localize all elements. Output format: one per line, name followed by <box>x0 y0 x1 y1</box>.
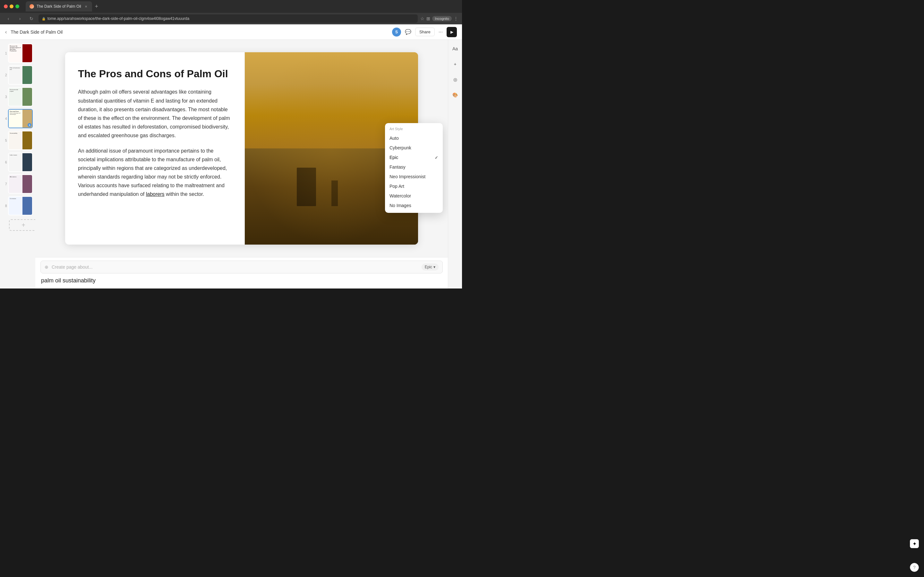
tab-title: The Dark Side of Palm Oil <box>37 4 81 9</box>
address-bar[interactable]: 🔒 tome.app/sarahsworkspace/the-dark-side… <box>39 15 418 23</box>
slide-row-6: 6 Labor issues <box>3 153 33 172</box>
slide-row-5: 5 Sustainability <box>3 131 33 150</box>
slide-row-4: 4 Pros and Cons Palm oil advantages and … <box>3 109 33 128</box>
slide-number-6: 6 <box>3 161 7 164</box>
tab-bar: The Dark Side of Palm Oil ✕ + <box>26 1 458 11</box>
close-button[interactable] <box>4 5 8 8</box>
traffic-lights <box>4 5 19 8</box>
menu-icon[interactable]: ⋮ <box>454 16 458 21</box>
slide-row-7: 7 Alternatives <box>3 174 33 193</box>
dropdown-item-label: Neo Impressionist <box>389 174 425 179</box>
star-icon[interactable]: ☆ <box>420 16 425 21</box>
dropdown-header: Art Style <box>385 126 443 133</box>
more-options-button[interactable]: ··· <box>439 29 443 35</box>
art-style-dropdown: Art Style Auto Cyberpunk Epic ✓ Fantasy <box>385 123 443 213</box>
dropdown-item-label: Auto <box>389 135 399 141</box>
target-icon: ◎ <box>453 77 457 82</box>
add-slide-button[interactable]: + <box>9 219 35 231</box>
main-content: 1 Discover the harmful impact of Red Pal… <box>0 40 462 288</box>
play-button[interactable]: ▶ <box>447 27 457 37</box>
slide-thumbnail-4[interactable]: Pros and Cons Palm oil advantages and di… <box>8 109 33 128</box>
slide-paragraph-2: An additional issue of paramount importa… <box>78 147 232 199</box>
browser-chrome: The Dark Side of Palm Oil ✕ + <box>0 0 462 13</box>
slide-number-4: 4 <box>3 117 7 121</box>
forward-nav-button[interactable]: › <box>15 14 24 23</box>
slide-row-8: 8 Conclusion <box>3 196 33 215</box>
tab-favicon <box>29 4 34 9</box>
slide-thumbnail-3[interactable]: Environmental impact <box>8 87 33 106</box>
slide-number-7: 7 <box>3 182 7 186</box>
dropdown-item-label: No Images <box>389 203 411 208</box>
target-button[interactable]: ◎ <box>450 74 460 85</box>
slide-row-2: 2 Palm oil overview text <box>3 65 33 85</box>
slide-frame: The Pros and Cons of Palm Oil Although p… <box>65 52 418 245</box>
incognito-badge: Incognito <box>432 16 452 21</box>
maximize-button[interactable] <box>15 5 19 8</box>
slide-title: The Pros and Cons of Palm Oil <box>78 68 232 80</box>
slide-thumbnail-6[interactable]: Labor issues <box>8 153 33 172</box>
tab-close-button[interactable]: ✕ <box>84 4 88 9</box>
content-area: The Pros and Cons of Palm Oil Although p… <box>35 40 448 288</box>
dropdown-item-label: Cyberpunk <box>389 145 411 150</box>
bottom-bar: ⊕ Create page about... Epic ▾ palm oil s… <box>35 257 448 288</box>
add-icon: + <box>454 61 456 67</box>
dropdown-item-watercolor[interactable]: Watercolor <box>385 191 443 201</box>
dropdown-item-label: Epic <box>389 155 398 160</box>
checkmark-icon: ✓ <box>435 155 438 160</box>
slide-thumbnail-2[interactable]: Palm oil overview text <box>8 65 33 85</box>
dropdown-item-auto[interactable]: Auto <box>385 133 443 143</box>
dropdown-item-label: Pop Art <box>389 184 404 189</box>
palette-button[interactable]: 🎨 <box>450 90 460 100</box>
app-header: ‹ The Dark Side of Palm Oil S 💬 Share ··… <box>0 24 462 40</box>
palette-icon: 🎨 <box>452 92 458 97</box>
slide-number-8: 8 <box>3 204 7 208</box>
dropdown-item-fantasy[interactable]: Fantasy <box>385 162 443 172</box>
slide-thumbnail-1[interactable]: Discover the harmful impact of Red Palm … <box>8 44 33 63</box>
slide-number-5: 5 <box>3 139 7 142</box>
lock-icon: 🔒 <box>42 17 45 21</box>
back-button[interactable]: ‹ <box>5 29 7 35</box>
laborers-link[interactable]: laborers <box>146 191 165 197</box>
font-button[interactable]: Aa <box>450 44 460 54</box>
epic-style-button[interactable]: Epic ▾ <box>422 263 439 271</box>
reload-button[interactable]: ↻ <box>27 14 36 23</box>
toolbar-actions: ☆ ⊞ Incognito ⋮ <box>420 16 458 21</box>
dropdown-item-neo-impressionist[interactable]: Neo Impressionist <box>385 172 443 181</box>
create-input-row[interactable]: ⊕ Create page about... Epic ▾ <box>40 261 443 274</box>
active-tab[interactable]: The Dark Side of Palm Oil ✕ <box>26 1 92 11</box>
slide-thumbnail-8[interactable]: Conclusion <box>8 196 33 215</box>
suggestion-text: palm oil sustainability <box>40 276 443 285</box>
slides-sidebar: 1 Discover the harmful impact of Red Pal… <box>0 40 35 288</box>
user-avatar: S <box>392 27 401 37</box>
create-placeholder: Create page about... <box>52 264 418 269</box>
new-tab-button[interactable]: + <box>92 2 101 11</box>
add-element-button[interactable]: + <box>450 59 460 69</box>
slide-paragraph-1: Although palm oil offers several advanta… <box>78 87 232 140</box>
slide-row-1: 1 Discover the harmful impact of Red Pal… <box>3 44 33 63</box>
dropdown-item-pop-art[interactable]: Pop Art <box>385 181 443 191</box>
header-actions: S 💬 Share ··· ▶ <box>392 27 457 37</box>
minimize-button[interactable] <box>10 5 13 8</box>
dropdown-item-epic[interactable]: Epic ✓ <box>385 153 443 162</box>
slide-canvas: The Pros and Cons of Palm Oil Although p… <box>35 40 448 257</box>
comment-icon[interactable]: 💬 <box>405 29 411 35</box>
slide-number-3: 3 <box>3 95 7 99</box>
browser-toolbar: ‹ › ↻ 🔒 tome.app/sarahsworkspace/the-dar… <box>0 13 462 24</box>
url-text: tome.app/sarahsworkspace/the-dark-side-o… <box>47 16 189 21</box>
grid-icon[interactable]: ⊞ <box>426 16 430 21</box>
slide-thumbnail-7[interactable]: Alternatives <box>8 174 33 193</box>
dropdown-item-label: Watercolor <box>389 193 411 198</box>
slide-number-2: 2 <box>3 73 7 77</box>
slide-number-1: 1 <box>3 52 7 55</box>
app-area: ‹ The Dark Side of Palm Oil S 💬 Share ··… <box>0 24 462 288</box>
share-button[interactable]: Share <box>415 27 435 36</box>
epic-style-label: Epic <box>425 265 432 269</box>
text-panel: The Pros and Cons of Palm Oil Although p… <box>65 52 245 245</box>
dropdown-item-cyberpunk[interactable]: Cyberpunk <box>385 143 443 153</box>
dropdown-item-no-images[interactable]: No Images <box>385 201 443 210</box>
slide-thumbnail-5[interactable]: Sustainability <box>8 131 33 150</box>
slide-row-3: 3 Environmental impact <box>3 87 33 106</box>
back-nav-button[interactable]: ‹ <box>4 14 13 23</box>
s-user-badge: S <box>27 123 31 127</box>
app-title: The Dark Side of Palm Oil <box>11 29 388 35</box>
